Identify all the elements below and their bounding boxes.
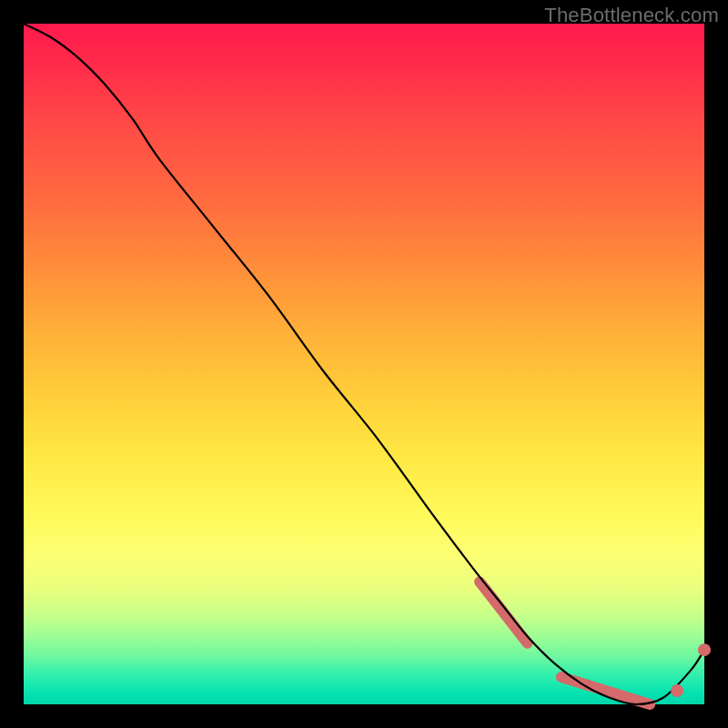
highlight-segment [561, 677, 650, 704]
highlight-dot [671, 684, 683, 697]
highlight-segment [480, 581, 527, 642]
chart-svg [24, 24, 704, 704]
bottleneck-curve [24, 24, 704, 704]
highlight-layer [480, 581, 650, 704]
plot-area [24, 24, 704, 704]
chart-stage: TheBottleneck.com [0, 0, 728, 728]
watermark-text: TheBottleneck.com [544, 4, 719, 27]
highlight-dot [698, 643, 711, 656]
